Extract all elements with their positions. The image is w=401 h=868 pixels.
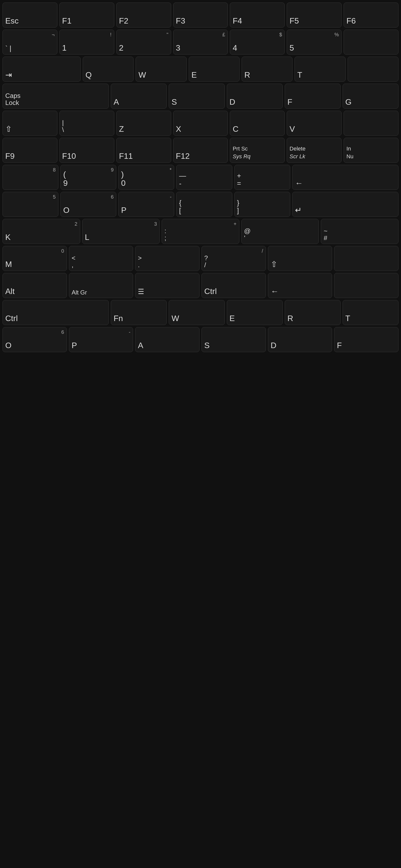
row-fn2: F9 F10 F11 F12 Prt ScSys Rq DeleteScr Lk… — [2, 138, 399, 163]
key-minus[interactable]: —- — [176, 165, 232, 190]
key-esc[interactable]: Esc — [2, 2, 57, 28]
key-ctrl-left2[interactable]: Ctrl — [2, 300, 109, 325]
key-bracket-open[interactable]: {[ — [176, 192, 232, 217]
key-m-partial[interactable]: 0 M — [2, 246, 67, 271]
key-d2[interactable]: D — [268, 327, 332, 352]
key-f2-key[interactable]: F — [334, 327, 399, 352]
key-f6-partial[interactable]: F6 — [344, 2, 399, 28]
key-e2[interactable]: E — [227, 300, 283, 325]
key-c[interactable]: C — [230, 111, 285, 136]
key-3[interactable]: £ 3 — [173, 30, 228, 55]
key-ins-partial[interactable]: InNu — [344, 138, 399, 163]
row-shift: 0 M <, >. / ?/ ⇧ — [2, 246, 399, 271]
key-q[interactable]: Q — [83, 57, 134, 82]
key-altgr[interactable]: Alt Gr — [69, 273, 133, 298]
key-f4[interactable]: F4 — [230, 2, 285, 28]
key-delete[interactable]: DeleteScr Lk — [287, 138, 342, 163]
key-o2[interactable]: 6 O — [2, 327, 67, 352]
key-p2[interactable]: - P — [69, 327, 133, 352]
key-f5[interactable]: F5 — [287, 2, 342, 28]
key-r[interactable]: R — [241, 57, 292, 82]
key-f3[interactable]: F3 — [173, 2, 228, 28]
key-f9[interactable]: F9 — [2, 138, 57, 163]
key-v[interactable]: V — [287, 111, 342, 136]
key-w2[interactable]: W — [169, 300, 225, 325]
key-numpad-partial[interactable] — [334, 246, 399, 271]
key-f10[interactable]: F10 — [59, 138, 114, 163]
key-menu[interactable]: ☰ — [135, 273, 200, 298]
key-9[interactable]: 9 (9 — [60, 165, 116, 190]
key-8-partial[interactable]: 8 — [2, 165, 58, 190]
row-op: 5 6 O - P {[ }] ↵ — [2, 192, 399, 217]
row-fn: Esc F1 F2 F3 F4 F5 F6 — [2, 2, 399, 28]
key-5[interactable]: % 5 — [287, 30, 342, 55]
key-comma[interactable]: <, — [69, 246, 133, 271]
key-arrow-partial[interactable] — [334, 273, 399, 298]
key-f1[interactable]: F1 — [59, 2, 114, 28]
key-6-partial[interactable] — [344, 30, 399, 55]
row-bottom: Alt Alt Gr ☰ Ctrl ← — [2, 273, 399, 298]
key-r2[interactable]: R — [285, 300, 341, 325]
key-equals[interactable]: += — [234, 165, 290, 190]
key-apostrophe[interactable]: @' — [241, 219, 319, 244]
key-l[interactable]: 3 L — [82, 219, 160, 244]
key-shift-left[interactable]: ⇧ — [2, 111, 57, 136]
key-z[interactable]: Z — [116, 111, 171, 136]
key-backtick[interactable]: ¬ ` | — [2, 30, 57, 55]
key-ctrl-right[interactable]: Ctrl — [201, 273, 266, 298]
key-alt[interactable]: Alt — [2, 273, 67, 298]
key-d[interactable]: D — [227, 84, 283, 109]
key-0[interactable]: * )0 — [118, 165, 174, 190]
key-hash[interactable]: ~# — [321, 219, 399, 244]
key-period[interactable]: >. — [135, 246, 200, 271]
key-b-partial[interactable] — [344, 111, 399, 136]
row-numrow: 8 9 (9 * )0 —- += ← — [2, 165, 399, 190]
row-qwerty: ⇥ Q W E R T — [2, 57, 399, 82]
row-numbers: ¬ ` | ! 1 " 2 £ 3 $ 4 % 5 — [2, 30, 399, 55]
key-f11[interactable]: F11 — [116, 138, 171, 163]
key-a[interactable]: A — [111, 84, 167, 109]
key-prtsc[interactable]: Prt ScSys Rq — [230, 138, 285, 163]
key-shift-right[interactable]: ⇧ — [268, 246, 332, 271]
key-backspace[interactable]: ← — [292, 165, 399, 190]
row-asdf: CapsLock A S D F G — [2, 84, 399, 109]
key-t2-partial[interactable]: T — [343, 300, 399, 325]
key-slash[interactable]: / ?/ — [201, 246, 266, 271]
key-4[interactable]: $ 4 — [230, 30, 285, 55]
row-kl: 2 K 3 L + :; @' ~# — [2, 219, 399, 244]
key-w[interactable]: W — [136, 57, 187, 82]
key-5-partial[interactable]: 5 — [2, 192, 58, 217]
key-k[interactable]: 2 K — [2, 219, 80, 244]
row-bottom2: Ctrl Fn W E R T — [2, 300, 399, 325]
key-a2[interactable]: A — [135, 327, 200, 352]
key-fn[interactable]: Fn — [111, 300, 167, 325]
key-y-partial[interactable] — [348, 57, 399, 82]
key-backslash[interactable]: |\ — [59, 111, 114, 136]
key-x[interactable]: X — [173, 111, 228, 136]
key-o[interactable]: 6 O — [60, 192, 116, 217]
key-2[interactable]: " 2 — [116, 30, 171, 55]
row-bottom3: 6 O - P A S D F — [2, 327, 399, 352]
row-zxcv: ⇧ |\ Z X C V — [2, 111, 399, 136]
key-e[interactable]: E — [189, 57, 239, 82]
keyboard: Esc F1 F2 F3 F4 F5 F6 ¬ ` | ! 1 " — [0, 0, 401, 354]
key-bracket-close[interactable]: }] — [234, 192, 290, 217]
key-arrow-left[interactable]: ← — [268, 273, 332, 298]
key-s[interactable]: S — [169, 84, 225, 109]
key-f12[interactable]: F12 — [173, 138, 228, 163]
key-f[interactable]: F — [285, 84, 341, 109]
key-1[interactable]: ! 1 — [59, 30, 114, 55]
key-p[interactable]: - P — [118, 192, 174, 217]
key-g-partial[interactable]: G — [343, 84, 399, 109]
key-semicolon[interactable]: + :; — [162, 219, 239, 244]
key-t[interactable]: T — [294, 57, 345, 82]
key-enter[interactable]: ↵ — [292, 192, 399, 217]
key-s2[interactable]: S — [201, 327, 266, 352]
key-caps-lock[interactable]: CapsLock — [2, 84, 109, 109]
key-f2[interactable]: F2 — [116, 2, 171, 28]
key-tab[interactable]: ⇥ — [2, 57, 81, 82]
